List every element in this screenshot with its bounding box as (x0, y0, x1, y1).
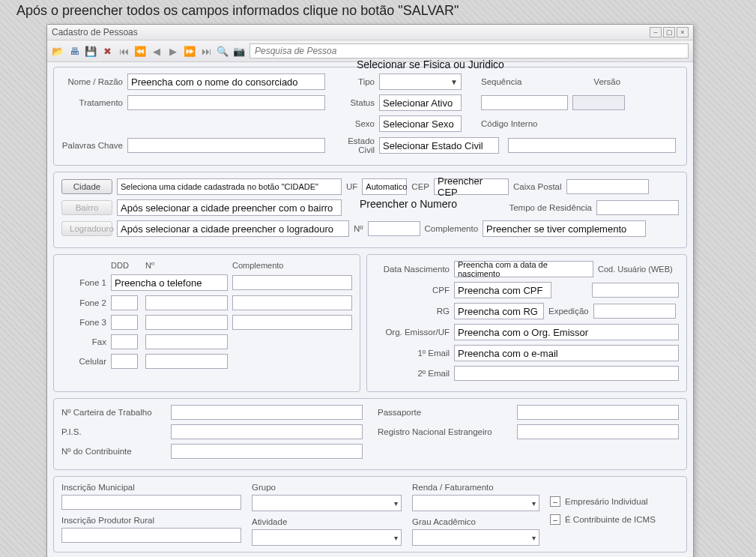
cidade-button[interactable]: Cidade (61, 179, 112, 194)
fone2-num-input[interactable] (145, 295, 228, 310)
tipo-select[interactable]: ▼ (379, 73, 462, 90)
bairro-button[interactable]: Bairro (61, 200, 112, 215)
estadocivil-input[interactable]: Selecionar Estado Civil (379, 137, 499, 154)
search-input[interactable]: Pesquisa de Pessoa (250, 43, 689, 58)
inscmun-label: Inscrição Municipal (61, 483, 241, 492)
caixapostal-input[interactable] (566, 179, 649, 194)
datanasc-input[interactable]: Preencha com a data de nascimento (454, 261, 593, 277)
minimize-button[interactable]: – (650, 27, 662, 37)
rne-input[interactable] (517, 424, 679, 439)
panel-identificacao: Nome / Razão Preencha com o nome do cons… (53, 67, 687, 166)
numero-input[interactable] (368, 221, 420, 236)
cel-num-input[interactable] (145, 354, 228, 369)
complemento-label: Complemento (425, 224, 479, 233)
renda-select[interactable]: ▾ (412, 495, 539, 511)
panel-telefones: DDD Nº Complemento Fone 1 Preencha o tel… (53, 254, 360, 392)
camera-icon[interactable]: 📷 (233, 45, 245, 57)
palavras-input[interactable] (127, 138, 325, 153)
fone3-compl-input[interactable] (232, 315, 352, 330)
logradouro-button[interactable]: Logradouro (61, 221, 112, 236)
fone2-ddd-input[interactable] (111, 295, 138, 310)
icms-checkbox[interactable]: – (550, 514, 560, 525)
complemento-value: Preencher se tiver complemento (486, 223, 626, 235)
fone1-compl-input[interactable] (232, 275, 352, 290)
versao-label: Versão (593, 77, 620, 86)
cep-value: Preencher CEP (438, 175, 505, 198)
tratamento-label: Tratamento (61, 98, 123, 107)
codinterno-label: Código Interno (481, 119, 537, 128)
atividade-select[interactable]: ▾ (252, 529, 402, 546)
datanasc-value: Preencha com a data de nascimento (458, 260, 590, 278)
cpf-input[interactable]: Preencha com CPF (454, 282, 551, 298)
panel-trabalho: Nº Carteira de Trabalho P.I.S. Nº do Con… (53, 398, 687, 470)
nome-value: Preencha com o nome do consorciado (131, 76, 298, 88)
open-icon[interactable]: 📂 (52, 45, 64, 57)
close-button[interactable]: × (677, 27, 689, 37)
grupo-select[interactable]: ▾ (252, 495, 402, 511)
last-icon[interactable]: ⏭ (200, 45, 212, 57)
nome-label: Nome / Razão (61, 77, 123, 86)
cpf-value: Preencha com CPF (458, 285, 542, 296)
status-input[interactable]: Selecionar Ativo (379, 94, 462, 111)
fax-ddd-input[interactable] (111, 334, 138, 349)
caixapostal-label: Caixa Postal (513, 182, 562, 191)
cel-ddd-input[interactable] (111, 354, 138, 369)
codweb-label: Cod. Usuário (WEB) (598, 265, 679, 274)
orgemissor-input[interactable]: Preencha com o Org. Emissor (454, 324, 679, 340)
cidade-input[interactable]: Seleciona uma cidade cadastrada no botão… (117, 178, 342, 195)
next-icon[interactable]: ▶ (167, 45, 179, 57)
inscmun-input[interactable] (61, 495, 241, 510)
contr-input[interactable] (171, 444, 363, 459)
rg-value: Preencha com RG (458, 306, 538, 317)
passaporte-label: Passaporte (378, 408, 512, 417)
zoom-icon[interactable]: 🔍 (217, 45, 229, 57)
grupo-label: Grupo (252, 483, 402, 492)
print-icon[interactable]: 🖶 (68, 45, 80, 57)
fone1-value: Preencha o telefone (115, 277, 202, 289)
passaporte-input[interactable] (517, 405, 679, 420)
sexo-input[interactable]: Selecionar Sexo (379, 115, 462, 132)
sequencia-input[interactable] (481, 95, 568, 110)
fone1-input[interactable]: Preencha o telefone (111, 274, 228, 291)
maximize-button[interactable]: ▢ (663, 27, 675, 37)
cart-input[interactable] (171, 405, 363, 420)
empresario-checkbox[interactable]: – (550, 496, 560, 507)
pis-input[interactable] (171, 424, 363, 439)
fone3-num-input[interactable] (145, 315, 228, 330)
inscrural-input[interactable] (61, 528, 241, 543)
nome-input[interactable]: Preencha com o nome do consorciado (127, 73, 325, 90)
expedicao-label: Expedição (548, 307, 589, 316)
save-icon[interactable]: 💾 (85, 45, 97, 57)
uf-label: UF (346, 182, 357, 191)
tempores-label: Tempo de Residência (509, 203, 592, 212)
bairro-input[interactable]: Após selecionar a cidade preencher com o… (117, 199, 342, 216)
uf-input[interactable]: Automatico (362, 178, 407, 195)
codinterno-input[interactable] (508, 138, 676, 153)
codweb-input[interactable] (592, 283, 679, 298)
panel-documentos: Data Nascimento Preencha com a data de n… (366, 254, 687, 392)
fone2-compl-input[interactable] (232, 295, 352, 310)
tempores-input[interactable] (596, 200, 679, 215)
fone1-label: Fone 1 (61, 278, 106, 287)
complemento-input[interactable]: Preencher se tiver complemento (483, 220, 646, 237)
email1-input[interactable]: Preencha com o e-mail (454, 345, 679, 361)
grau-select[interactable]: ▾ (412, 529, 539, 546)
compl-header: Complemento (232, 261, 352, 270)
cep-input[interactable]: Preencher CEP (434, 178, 509, 195)
logradouro-input[interactable]: Após selecionar a cidade preencher o log… (117, 220, 349, 237)
delete-icon[interactable]: ✖ (101, 45, 113, 57)
rg-input[interactable]: Preencha com RG (454, 303, 544, 319)
fone3-ddd-input[interactable] (111, 315, 138, 330)
fax-label: Fax (61, 337, 106, 346)
fone3-label: Fone 3 (61, 318, 106, 327)
expedicao-input[interactable] (593, 304, 676, 319)
first-icon[interactable]: ⏮ (118, 45, 130, 57)
estadocivil-label: Estado Civil (330, 136, 375, 154)
prevpage-icon[interactable]: ⏪ (134, 45, 146, 57)
email2-input[interactable] (454, 366, 679, 381)
tratamento-input[interactable] (127, 95, 325, 110)
nextpage-icon[interactable]: ⏩ (184, 45, 196, 57)
prev-icon[interactable]: ◀ (151, 45, 163, 57)
fax-num-input[interactable] (145, 334, 228, 349)
grau-label: Grau Acadêmico (412, 517, 539, 526)
